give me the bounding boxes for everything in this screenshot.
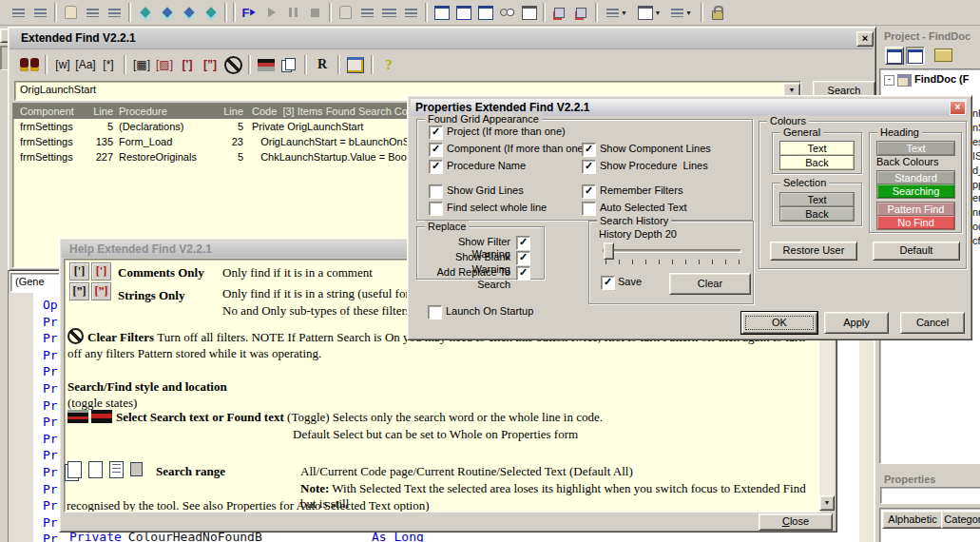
filter-warning-checkbox[interactable]: ✓ (516, 236, 530, 250)
show-grid-checkbox[interactable] (429, 184, 443, 199)
dialog-close-button[interactable]: × (950, 101, 966, 115)
properties-form-icon[interactable] (344, 54, 367, 75)
break-icon[interactable] (282, 3, 304, 23)
replace-group: Replace Show Filter Warning ✓ Show Blank… (416, 226, 545, 280)
lock-controls-icon[interactable] (706, 3, 728, 23)
grid-header-procedure[interactable]: Procedure (119, 105, 167, 118)
no-find-colour-button[interactable]: No Find (876, 215, 955, 230)
replace-group-label: Replace (425, 221, 469, 232)
extended-find-titlebar[interactable]: Extended Find V2.2.1 × (10, 29, 873, 49)
toggle-folders-icon[interactable] (934, 48, 952, 62)
start-icon[interactable] (260, 3, 282, 23)
bookmark-prev-icon[interactable] (178, 3, 200, 23)
strings-only-icons: [”][”] (69, 282, 113, 300)
no-glyph (224, 56, 242, 74)
extended-find-close-button[interactable]: × (856, 31, 874, 47)
help-icon[interactable]: ? (377, 54, 400, 75)
selection-back-colour-button[interactable]: Back (779, 206, 855, 222)
tree-root-label[interactable]: FindDoc (F (914, 73, 969, 85)
bookmark-toggle-icon[interactable] (134, 3, 156, 23)
help-close-button[interactable]: Close (759, 513, 833, 531)
heading-text-colour-button[interactable]: Text (876, 141, 955, 156)
view-code-icon[interactable] (885, 47, 904, 65)
comments-only-icons: [']['] (69, 262, 113, 281)
grid-header-line[interactable]: Line (42, 105, 113, 118)
component-checkbox-label: Component (If more than one) (447, 143, 586, 155)
watch-window-icon[interactable] (474, 3, 496, 23)
strings-only-filter-icon[interactable]: [”] (199, 54, 221, 75)
heading-colours-group: Heading Text Back Colours Standard Searc… (869, 132, 962, 233)
searching-colour-button[interactable]: Searching (876, 184, 955, 199)
pattern-search-icon[interactable]: [*] (97, 54, 120, 75)
show-component-lines-checkbox[interactable]: ✓ (582, 143, 596, 157)
call-stack-icon[interactable] (518, 3, 540, 23)
properties-object-combo[interactable] (880, 487, 980, 504)
form-glyph (638, 6, 653, 20)
select-text: (Toggle) Selects only the search word or… (284, 410, 603, 424)
format-dropdown[interactable]: ▼ (665, 3, 698, 23)
grid-header-code[interactable]: Code [3] Items Found Search Con (252, 105, 413, 118)
object-browser-icon[interactable] (548, 3, 570, 23)
locals-window-icon[interactable] (431, 3, 452, 23)
bookmark-clear-icon[interactable] (200, 3, 221, 23)
restore-user-button[interactable]: Restore User (770, 242, 857, 261)
find-select-checkbox[interactable] (429, 202, 443, 216)
clear-filters-icon[interactable] (221, 54, 244, 75)
cancel-button[interactable]: Cancel (900, 312, 965, 334)
clear-history-button[interactable]: Clear (669, 273, 751, 295)
search-input[interactable]: OrigLaunchStart (20, 84, 96, 95)
step-out-icon[interactable] (400, 3, 422, 23)
launch-on-startup-checkbox[interactable] (428, 305, 442, 319)
outdent-icon[interactable] (8, 3, 29, 23)
immediate-window-icon[interactable] (452, 3, 474, 23)
save-history-checkbox[interactable]: ✓ (601, 276, 615, 290)
tab-categorized[interactable]: Categorized (941, 511, 980, 529)
find-select-checkbox-label: Find select whole line (447, 202, 547, 214)
select-mode-icon[interactable] (255, 54, 278, 75)
replace-icon[interactable]: R (311, 54, 334, 75)
list-constants-icon[interactable] (104, 3, 125, 23)
run-with-full-compile-icon[interactable]: F (239, 3, 260, 23)
component-checkbox[interactable]: ✓ (429, 143, 443, 157)
selection-text-colour-button[interactable]: Text (779, 192, 855, 207)
find-icon[interactable] (18, 54, 41, 75)
no-strings-filter-icon[interactable]: [▨] (153, 54, 176, 75)
grid-header-line2[interactable]: Line (187, 105, 243, 118)
tab-alphabetic[interactable]: Alphabetic (882, 511, 943, 529)
default-button[interactable]: Default (873, 242, 960, 261)
blank-warning-checkbox[interactable]: ✓ (516, 251, 530, 265)
apply-button[interactable]: Apply (824, 312, 889, 334)
whole-word-icon[interactable]: [w] (51, 54, 74, 75)
list-properties-icon[interactable] (82, 3, 104, 23)
form-layout-dropdown[interactable]: ▼ (633, 3, 665, 23)
indent-icon[interactable] (29, 3, 51, 23)
remember-filters-checkbox[interactable]: ✓ (582, 184, 596, 199)
step-into-icon[interactable] (356, 3, 378, 23)
match-case-icon[interactable]: [Aa] (74, 54, 97, 75)
procedure-checkbox[interactable]: ✓ (429, 160, 443, 174)
scroll-down-icon[interactable]: ▼ (819, 495, 835, 511)
view-object-icon[interactable] (906, 47, 925, 65)
copy-results-icon[interactable] (278, 54, 300, 75)
general-text-colour-button[interactable]: Text (779, 141, 855, 156)
quick-watch-icon[interactable] (496, 3, 518, 23)
auto-selected-checkbox[interactable] (582, 202, 596, 216)
toolbox-dropdown[interactable]: ▼ (601, 3, 633, 23)
comment-hand-icon[interactable] (60, 3, 82, 23)
step-over-icon[interactable] (378, 3, 400, 23)
end-icon[interactable] (304, 3, 326, 23)
show-procedure-lines-checkbox[interactable]: ✓ (582, 160, 596, 174)
tree-expand-icon[interactable]: - (884, 75, 894, 86)
toggle-breakpoint-icon[interactable] (335, 3, 356, 23)
components-icon[interactable] (570, 3, 592, 23)
ok-button[interactable]: OK (741, 312, 817, 334)
back-colours-label: Back Colours (876, 156, 938, 168)
general-back-colour-button[interactable]: Back (779, 155, 855, 170)
project-checkbox[interactable]: ✓ (429, 126, 443, 140)
comments-only-filter-icon[interactable]: ['] (176, 54, 199, 75)
add-replace-checkbox[interactable]: ✓ (516, 266, 530, 281)
history-depth-slider-thumb[interactable] (604, 242, 614, 260)
no-comments-filter-icon[interactable]: [▦] (130, 54, 153, 75)
bookmark-next-icon[interactable] (156, 3, 178, 23)
history-depth-slider-track[interactable] (603, 249, 741, 253)
